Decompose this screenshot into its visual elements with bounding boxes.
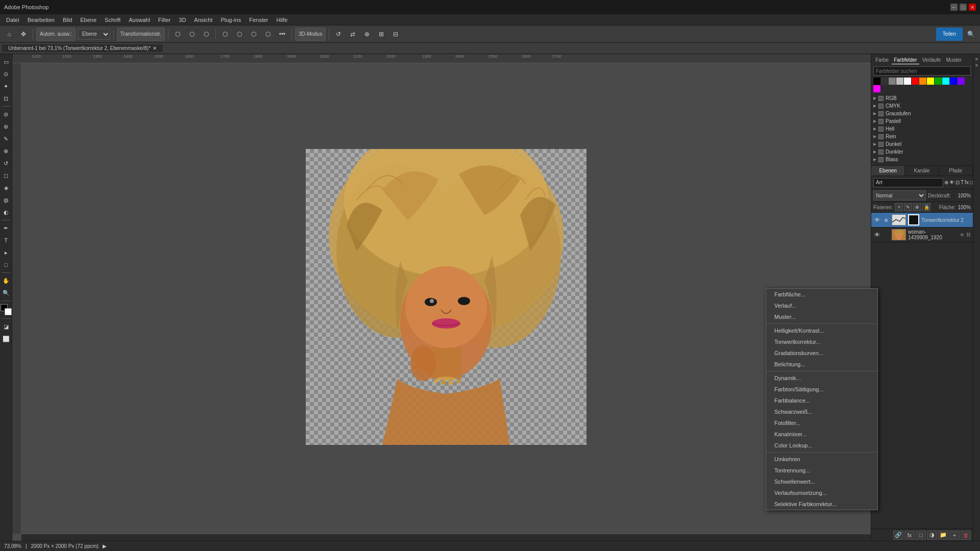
ctx-dynamik[interactable]: Dynamik...	[766, 372, 877, 384]
document-tab-1[interactable]: Unbenannt-1 bei 73,1% (Tonwertkorrektur …	[2, 44, 163, 52]
fix-draw-btn[interactable]: ✎	[904, 203, 912, 211]
ctx-gradationskurven[interactable]: Gradationskurven...	[766, 347, 877, 359]
ctx-verlauf[interactable]: Verlauf...	[766, 300, 877, 311]
add-link-btn[interactable]: 🔗	[893, 531, 903, 540]
ctx-muster[interactable]: Muster...	[766, 311, 877, 322]
add-mask-btn[interactable]: □	[916, 531, 926, 540]
color-group-dunkel[interactable]: ▶ Dunkel	[873, 140, 971, 148]
extra-icon[interactable]: ⊟	[389, 28, 402, 40]
layers-visibility-btn[interactable]: 👁	[949, 178, 954, 188]
color-group-graustufen[interactable]: ▶ Graustufen	[873, 110, 971, 117]
right-strip-btn-2[interactable]: ≡	[974, 62, 980, 68]
layers-link-btn[interactable]: T	[961, 178, 964, 188]
brush-tool[interactable]: ✎	[1, 133, 12, 144]
add-group-btn[interactable]: 📁	[938, 531, 948, 540]
ctx-tontrennung[interactable]: Tontrennung...	[766, 465, 877, 476]
fix-artboard-btn[interactable]: ⊕	[913, 203, 921, 211]
color-group-blass[interactable]: ▶ Blass	[873, 156, 971, 163]
screen-mode-btn[interactable]: ⬜	[1, 333, 12, 344]
ctx-verlaufsumsetzung[interactable]: Verlaufsumsetzung...	[766, 487, 877, 498]
type-tool[interactable]: T	[1, 235, 12, 246]
ctx-kanalmixer[interactable]: Kanalmixer...	[766, 429, 877, 440]
menu-schrift[interactable]: Schrift	[101, 16, 125, 24]
swatch-purple[interactable]	[958, 78, 965, 85]
tab-farbe[interactable]: Farbe	[873, 56, 891, 64]
canvas-content[interactable]	[21, 63, 871, 531]
eraser-tool[interactable]: ◻	[1, 170, 12, 181]
ctx-helligkeit[interactable]: Helligkeit/Kontrast...	[766, 325, 877, 336]
search-icon[interactable]: 🔍	[965, 28, 977, 40]
more-options[interactable]: •••	[276, 28, 288, 40]
swatch-black[interactable]	[873, 78, 880, 85]
eyedropper-tool[interactable]: ⊘	[1, 109, 12, 120]
heal-tool[interactable]: ⊛	[1, 121, 12, 132]
color-group-pastell[interactable]: ▶ Pastell	[873, 117, 971, 125]
autom-select[interactable]: Ebene Gruppe	[78, 29, 110, 40]
tab-farbfelder[interactable]: Farbfelder	[892, 56, 919, 64]
blur-tool[interactable]: ◍	[1, 194, 12, 206]
camera-icon[interactable]: ⊕	[361, 28, 373, 40]
fix-pos-btn[interactable]: +	[895, 203, 903, 211]
swatch-green[interactable]	[935, 78, 942, 85]
swatch-lt-gray[interactable]	[896, 78, 903, 85]
layer-vis-woman[interactable]: 👁	[873, 231, 880, 238]
align-center-v[interactable]: ⬡	[233, 28, 246, 40]
close-button[interactable]: ✕	[969, 4, 976, 11]
tab-ebenen[interactable]: Ebenen	[871, 166, 905, 176]
color-group-hell[interactable]: ▶ Hell	[873, 125, 971, 133]
swatch-magenta[interactable]	[873, 85, 880, 92]
pen-tool[interactable]: ✒	[1, 222, 12, 234]
tab-muster[interactable]: Muster	[944, 56, 964, 64]
color-search-input[interactable]	[873, 66, 971, 76]
hand-tool[interactable]: ✋	[1, 275, 12, 286]
tab-kanaele[interactable]: Kanäle	[905, 166, 939, 176]
swatch-yellow[interactable]	[927, 78, 934, 85]
add-effect-btn[interactable]: fx	[904, 531, 915, 540]
menu-datei[interactable]: Datei	[2, 16, 23, 24]
align-right[interactable]: ⬡	[200, 28, 212, 40]
lasso-tool[interactable]: ⊙	[1, 68, 12, 80]
quick-mask-tool[interactable]: ◪	[1, 321, 12, 332]
ctx-farbflaeche[interactable]: Farbfläche...	[766, 289, 877, 300]
swatch-white[interactable]	[904, 78, 911, 85]
shape-tool[interactable]: □	[1, 259, 12, 270]
home-button[interactable]: ⌂	[3, 28, 15, 40]
menu-3d[interactable]: 3D	[175, 16, 190, 24]
color-group-cmyk[interactable]: ▶ CMYK	[873, 102, 971, 110]
tab-verlaeufe[interactable]: Verläufe	[920, 56, 943, 64]
swatch-gray[interactable]	[889, 78, 896, 85]
swatch-dk-gray[interactable]	[881, 78, 888, 85]
menu-hilfe[interactable]: Hilfe	[272, 16, 291, 24]
tab-pfade[interactable]: Pfade	[939, 166, 973, 176]
move-tool[interactable]: ✥	[17, 28, 30, 40]
path-select-tool[interactable]: ▸	[1, 247, 12, 258]
ctx-umkehren[interactable]: Umkehren	[766, 454, 877, 465]
swap-icon[interactable]: ⇄	[347, 28, 359, 40]
stamp-tool[interactable]: ⊕	[1, 145, 12, 157]
align-extra[interactable]: ⬡	[262, 28, 274, 40]
add-adjustment-btn[interactable]: ◑	[927, 531, 937, 540]
align-center-h[interactable]: ⬡	[186, 28, 198, 40]
ctx-tonwertkorrektur[interactable]: Tonwertkorrektur...	[766, 336, 877, 347]
ctx-farbton[interactable]: Farbton/Sättigung...	[766, 384, 877, 395]
layers-effect-btn[interactable]: fx	[965, 178, 969, 188]
quick-select-tool[interactable]: ✦	[1, 81, 12, 92]
menu-ebene[interactable]: Ebene	[76, 16, 101, 24]
swatch-red[interactable]	[912, 78, 919, 85]
history-brush-tool[interactable]: ↺	[1, 158, 12, 169]
maximize-button[interactable]: □	[960, 4, 967, 11]
menu-plugins[interactable]: Plug-ins	[216, 16, 245, 24]
layers-filter-btn[interactable]: ⊕	[944, 178, 948, 188]
rotate-icon[interactable]: ↺	[332, 28, 345, 40]
gradient-tool[interactable]: ◈	[1, 182, 12, 193]
horizontal-scrollbar[interactable]	[21, 534, 871, 541]
menu-filter[interactable]: Filter	[154, 16, 175, 24]
minimize-button[interactable]: ─	[950, 4, 958, 11]
layer-item-woman[interactable]: 👁 woman-1439909_1920 ⊕ ⛓	[871, 228, 973, 242]
swatch-orange[interactable]	[919, 78, 926, 85]
tab-close-icon[interactable]: ✕	[153, 45, 157, 51]
menu-auswahl[interactable]: Auswahl	[125, 16, 154, 24]
delete-layer-btn[interactable]: 🗑	[961, 531, 971, 540]
ctx-schwarzweiss[interactable]: Schwarzweiß...	[766, 406, 877, 417]
status-arrow[interactable]: ▶	[103, 543, 107, 549]
